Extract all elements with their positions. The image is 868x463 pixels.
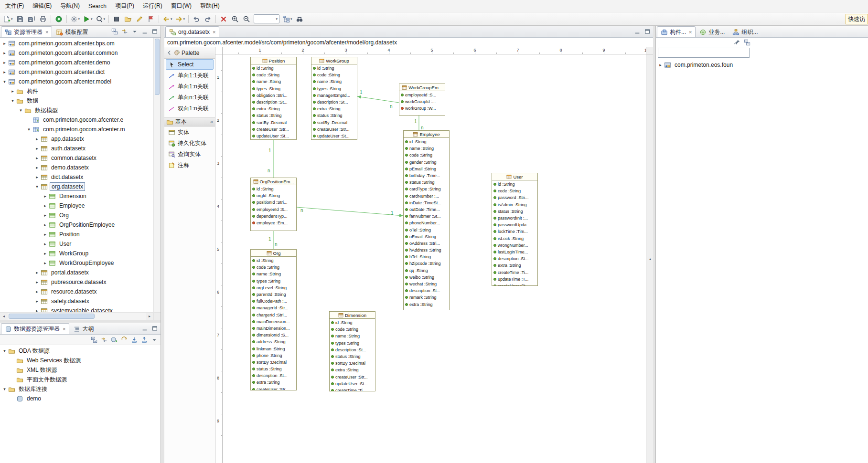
expand-arrow-icon[interactable]: ▸ xyxy=(42,213,48,218)
collapse-group-icon[interactable]: « xyxy=(210,119,213,125)
expand-arrow-icon[interactable]: ▸ xyxy=(34,156,40,160)
tree-item[interactable]: ▸com.primeton.eos.foun xyxy=(656,60,868,70)
zoom-in-button[interactable] xyxy=(230,13,240,24)
tree-item[interactable]: com.primeton.gocom.afcenter.e xyxy=(0,115,161,125)
entity-header[interactable]: User xyxy=(492,173,537,180)
entity-field[interactable]: outDate :Time... xyxy=(404,206,449,213)
tab-template-config[interactable]: 模板配置 xyxy=(52,26,92,37)
diagram-canvas[interactable]: 1n1nn11n1n Positionid :Stringcode :Strin… xyxy=(223,54,646,463)
collapse-arrow-icon[interactable]: ▾ xyxy=(34,184,40,189)
maximize-button[interactable] xyxy=(150,27,159,36)
entity-field[interactable]: status :String xyxy=(492,208,537,215)
entity-field[interactable]: status :String xyxy=(251,112,296,119)
collapse-all-button[interactable] xyxy=(742,38,751,47)
entity-field[interactable]: hZipcode :String xyxy=(404,260,449,267)
explorer-vertical-scrollbar[interactable] xyxy=(153,38,161,312)
entity-field[interactable]: name :String xyxy=(251,78,296,85)
entity-field[interactable]: id :String xyxy=(311,65,357,72)
quick-access-box[interactable]: 快速访 xyxy=(846,14,868,24)
entity-header[interactable]: WorkGroupEm... xyxy=(399,84,445,91)
menu-search[interactable]: Search xyxy=(84,0,111,12)
tab-resource-explorer[interactable]: 资源管理器× xyxy=(1,26,52,37)
link-editor-button[interactable] xyxy=(99,335,108,344)
tree-item[interactable]: ▸WorkGroupEmployee xyxy=(0,258,161,268)
view-menu-button[interactable] xyxy=(130,27,139,36)
maximize-button[interactable] xyxy=(150,324,159,333)
entity-field[interactable]: types :String xyxy=(251,85,296,92)
entity-field[interactable]: description :St... xyxy=(251,99,296,105)
entity-field[interactable]: status :String xyxy=(251,366,296,372)
palette-tool-entity[interactable]: 实体 xyxy=(166,127,214,137)
entity-field[interactable]: fullCodePath :... xyxy=(251,298,296,305)
entity-field[interactable]: id :String xyxy=(251,257,296,264)
palette-group-header[interactable]: 基本 « xyxy=(164,117,215,126)
entity-field[interactable]: code :String xyxy=(251,264,296,271)
tree-item[interactable]: ▸auth.datasetx xyxy=(0,144,161,153)
entity-field[interactable]: name :String xyxy=(311,78,357,85)
collapse-arrow-icon[interactable]: ▾ xyxy=(26,127,32,132)
link-editor-button[interactable] xyxy=(120,27,129,36)
tree-item[interactable]: ▸systemvariable.datasetx xyxy=(0,306,161,312)
expand-arrow-icon[interactable]: ▸ xyxy=(1,70,8,74)
redo-button[interactable] xyxy=(203,13,213,24)
entity-field[interactable]: birthday :Time... xyxy=(404,172,449,179)
entity-field[interactable]: cardType :String xyxy=(404,186,449,192)
tab-components[interactable]: 构件...× xyxy=(657,26,696,37)
entity-field[interactable]: wechat :String xyxy=(404,281,449,287)
entity-field[interactable]: sortBy :Decimal xyxy=(330,360,375,367)
tree-item[interactable]: ▸Dimension xyxy=(0,191,161,201)
entity-field[interactable]: createTime :Ti... xyxy=(492,269,537,275)
entity-field[interactable]: description :St... xyxy=(492,255,537,262)
expand-arrow-icon[interactable]: ▸ xyxy=(34,137,40,141)
menu-navigate[interactable]: 导航(N) xyxy=(56,0,84,12)
tree-item[interactable]: ▸resource.datasetx xyxy=(0,287,161,296)
collapse-arrow-icon[interactable]: ▾ xyxy=(1,387,8,391)
entity-field[interactable]: managerId :Str... xyxy=(251,305,296,311)
tree-item[interactable]: ▸portal.datasetx xyxy=(0,268,161,277)
entity-field[interactable]: id :String xyxy=(404,138,449,145)
editor-vertical-scrollbar[interactable]: ▴ ▾ xyxy=(646,54,653,463)
entity-org[interactable]: Orgid :Stringcode :Stringname :Stringtyp… xyxy=(250,249,297,390)
entity-field[interactable]: name :String xyxy=(404,145,449,152)
entity-field[interactable]: extra :String xyxy=(492,262,537,269)
entity-field[interactable]: types :String xyxy=(251,278,296,284)
entity-field[interactable]: weibo :String xyxy=(404,274,449,281)
entity-employee[interactable]: Employeeid :Stringname :Stringcode :Stri… xyxy=(403,130,450,310)
entity-field[interactable]: address :String xyxy=(251,338,296,345)
entity-header[interactable]: Org xyxy=(251,250,296,257)
entity-field[interactable]: description :St... xyxy=(311,99,357,105)
entity-field[interactable]: password :Stri... xyxy=(492,194,537,201)
close-icon[interactable]: × xyxy=(689,30,692,35)
close-icon[interactable]: × xyxy=(63,326,65,332)
tree-item[interactable]: ▸Org xyxy=(0,210,161,220)
collapse-arrow-icon[interactable]: ▾ xyxy=(1,79,8,84)
entity-field[interactable]: dimensionId :S... xyxy=(251,332,296,338)
entity-field[interactable]: employee :Em... xyxy=(251,220,296,226)
expand-arrow-icon[interactable]: ▸ xyxy=(34,280,40,284)
entity-field[interactable]: passwordInit :... xyxy=(492,215,537,221)
menu-help[interactable]: 帮助(H) xyxy=(196,0,224,12)
tree-item[interactable]: ▸Position xyxy=(0,230,161,239)
tree-item[interactable]: ▾数据 xyxy=(0,96,161,105)
close-icon[interactable]: × xyxy=(45,30,48,35)
tree-item[interactable]: ▸Employee xyxy=(0,201,161,210)
entity-workgroupemployee[interactable]: WorkGroupEm...employeeId :S...workGroupI… xyxy=(399,84,445,116)
entity-field[interactable]: pEmail :String xyxy=(404,166,449,172)
palette-header[interactable]: Palette xyxy=(164,47,215,59)
entity-field[interactable]: remark :String xyxy=(404,294,449,301)
entity-position[interactable]: Positionid :Stringcode :Stringname :Stri… xyxy=(250,57,297,140)
entity-field[interactable]: status :String xyxy=(330,353,375,360)
entity-field[interactable]: linkman :String xyxy=(251,345,296,352)
pin-button[interactable] xyxy=(732,38,741,47)
expand-arrow-icon[interactable]: ▸ xyxy=(34,289,40,294)
entity-field[interactable]: gender :String xyxy=(404,159,449,166)
expand-arrow-icon[interactable]: ▸ xyxy=(34,146,40,151)
refresh-button[interactable] xyxy=(119,335,129,344)
entity-field[interactable]: extra :String xyxy=(251,379,296,386)
palette-tool-rel-bi[interactable]: 双向1:n关联 xyxy=(166,103,214,114)
expand-arrow-icon[interactable]: ▸ xyxy=(42,194,48,199)
entity-field[interactable]: isAdmin :String xyxy=(492,201,537,208)
tree-item[interactable]: ▸com.primeton.gocom.afcenter.bps.om xyxy=(0,39,161,48)
entity-field[interactable]: createTime :Ti... xyxy=(330,387,375,391)
palette-tool-persistent-entity[interactable]: 持久化实体 xyxy=(166,138,214,148)
